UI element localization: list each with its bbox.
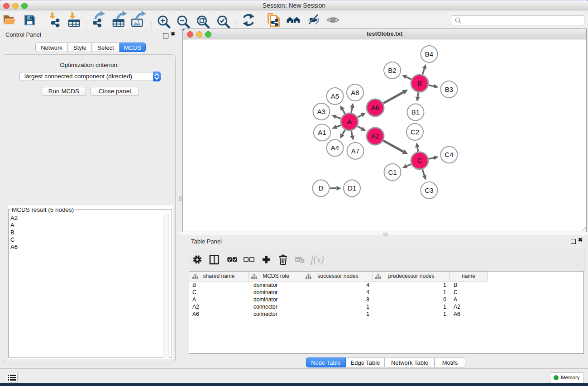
svg-text:A7: A7	[351, 147, 359, 155]
svg-text:A3: A3	[317, 108, 325, 115]
svg-text:D: D	[319, 184, 324, 192]
svg-text:C4: C4	[445, 151, 453, 158]
svg-text:A: A	[347, 118, 352, 125]
svg-text:A1: A1	[318, 129, 326, 136]
svg-text:D1: D1	[348, 184, 356, 192]
svg-text:B3: B3	[445, 86, 453, 93]
svg-text:A6: A6	[371, 104, 379, 111]
svg-text:f(x): f(x)	[311, 254, 324, 265]
svg-text:C1: C1	[388, 168, 397, 176]
svg-text:B1: B1	[411, 108, 420, 116]
svg-text:B4: B4	[425, 50, 433, 58]
svg-text:A4: A4	[331, 144, 339, 152]
svg-text:A2: A2	[371, 132, 379, 140]
svg-text:C2: C2	[411, 128, 419, 136]
svg-text:A8: A8	[351, 89, 359, 96]
svg-text:A5: A5	[331, 92, 339, 100]
svg-text:C3: C3	[425, 186, 433, 194]
svg-text:B2: B2	[388, 67, 396, 74]
svg-text:C: C	[417, 157, 422, 164]
svg-text:B: B	[417, 79, 422, 87]
